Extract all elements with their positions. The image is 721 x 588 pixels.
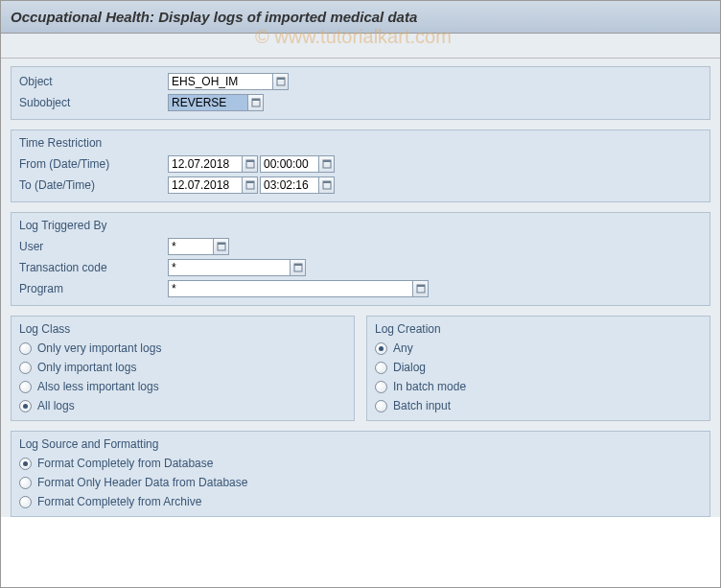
from-time-input[interactable]	[260, 155, 319, 173]
radio-icon	[19, 362, 32, 374]
radio-option[interactable]: Format Only Header Data from Database	[19, 476, 702, 489]
triggered-group: Log Triggered By User Transaction code P…	[11, 212, 710, 306]
object-label: Object	[19, 75, 168, 88]
f4-help-icon[interactable]	[291, 259, 306, 276]
radio-label: Any	[393, 341, 413, 355]
svg-rect-17	[417, 285, 425, 287]
program-row: Program	[19, 280, 702, 297]
tcode-label: Transaction code	[19, 261, 168, 274]
f4-help-icon[interactable]	[413, 280, 429, 297]
from-label: From (Date/Time)	[19, 157, 168, 171]
user-label: User	[19, 240, 168, 253]
program-input[interactable]	[168, 280, 413, 297]
time-title: Time Restriction	[19, 134, 702, 150]
log-class-options: Only very important logsOnly important l…	[19, 341, 346, 412]
radio-label: Batch input	[393, 399, 451, 412]
radio-icon	[375, 342, 387, 355]
source-title: Log Source and Formatting	[19, 435, 702, 451]
svg-rect-9	[246, 181, 254, 183]
radio-icon	[19, 496, 32, 508]
object-row: Object	[19, 73, 702, 90]
radio-option[interactable]: All logs	[19, 399, 346, 412]
radio-option[interactable]: Any	[375, 341, 702, 355]
subobject-input[interactable]	[168, 94, 248, 111]
tcode-row: Transaction code	[19, 259, 702, 276]
radio-option[interactable]: Only important logs	[19, 361, 346, 374]
radio-icon	[375, 400, 387, 412]
radio-label: Format Only Header Data from Database	[37, 476, 247, 489]
f4-help-icon[interactable]	[214, 238, 229, 255]
object-input[interactable]	[168, 73, 273, 90]
f4-help-icon[interactable]	[243, 155, 258, 173]
source-options: Format Completely from DatabaseFormat On…	[19, 457, 702, 508]
to-row: To (Date/Time)	[19, 176, 702, 194]
svg-rect-5	[246, 160, 254, 162]
radio-label: Only important logs	[37, 361, 136, 374]
radio-icon	[19, 477, 32, 489]
radio-label: Dialog	[393, 361, 426, 374]
class-creation-row: Log Class Only very important logsOnly i…	[11, 316, 710, 421]
radio-icon	[19, 400, 32, 412]
radio-option[interactable]: Batch input	[375, 399, 702, 412]
log-class-group: Log Class Only very important logsOnly i…	[11, 316, 355, 421]
user-input[interactable]	[168, 238, 214, 255]
toolbar: © www.tutorialkart.com	[1, 34, 720, 59]
radio-icon	[19, 458, 32, 470]
radio-label: Also less important logs	[37, 380, 159, 393]
svg-rect-13	[218, 243, 225, 245]
radio-option[interactable]: Only very important logs	[19, 341, 346, 355]
source-group: Log Source and Formatting Format Complet…	[11, 431, 710, 517]
f4-help-icon[interactable]	[248, 94, 264, 111]
log-creation-title: Log Creation	[375, 320, 702, 336]
svg-rect-15	[294, 264, 302, 266]
log-creation-options: AnyDialogIn batch modeBatch input	[375, 341, 702, 412]
radio-icon	[375, 381, 387, 393]
radio-option[interactable]: In batch mode	[375, 380, 702, 393]
from-row: From (Date/Time)	[19, 155, 702, 173]
radio-option[interactable]: Format Completely from Database	[19, 457, 702, 470]
tcode-input[interactable]	[168, 259, 291, 276]
time-restriction-group: Time Restriction From (Date/Time) To (Da…	[11, 129, 710, 202]
svg-rect-11	[323, 181, 331, 183]
radio-label: Only very important logs	[37, 341, 161, 355]
log-class-title: Log Class	[19, 320, 346, 336]
f4-help-icon[interactable]	[319, 155, 335, 173]
radio-label: Format Completely from Archive	[37, 495, 201, 508]
radio-option[interactable]: Also less important logs	[19, 380, 346, 393]
subobject-row: Subobject	[19, 94, 702, 111]
subobject-label: Subobject	[19, 96, 168, 109]
f4-help-icon[interactable]	[273, 73, 289, 90]
title-bar: Occupational Health: Display logs of imp…	[1, 1, 720, 34]
object-group: Object Subobject	[11, 66, 710, 120]
program-label: Program	[19, 282, 168, 295]
user-row: User	[19, 238, 702, 255]
to-date-input[interactable]	[168, 176, 243, 194]
radio-option[interactable]: Dialog	[375, 361, 702, 374]
f4-help-icon[interactable]	[243, 176, 258, 194]
content-area: Object Subobject Time Restriction From (…	[1, 59, 720, 517]
radio-label: In batch mode	[393, 380, 466, 393]
from-date-input[interactable]	[168, 155, 243, 173]
log-creation-group: Log Creation AnyDialogIn batch modeBatch…	[366, 316, 710, 421]
svg-rect-1	[277, 78, 285, 80]
f4-help-icon[interactable]	[319, 176, 335, 194]
to-time-input[interactable]	[260, 176, 319, 194]
svg-rect-7	[323, 160, 331, 162]
to-label: To (Date/Time)	[19, 178, 168, 192]
radio-label: All logs	[37, 399, 75, 412]
radio-icon	[19, 381, 32, 393]
triggered-title: Log Triggered By	[19, 217, 702, 232]
svg-rect-3	[252, 99, 260, 101]
radio-option[interactable]: Format Completely from Archive	[19, 495, 702, 508]
radio-icon	[375, 362, 387, 374]
page-title: Occupational Health: Display logs of imp…	[11, 9, 417, 25]
radio-label: Format Completely from Database	[37, 457, 213, 470]
radio-icon	[19, 342, 32, 355]
